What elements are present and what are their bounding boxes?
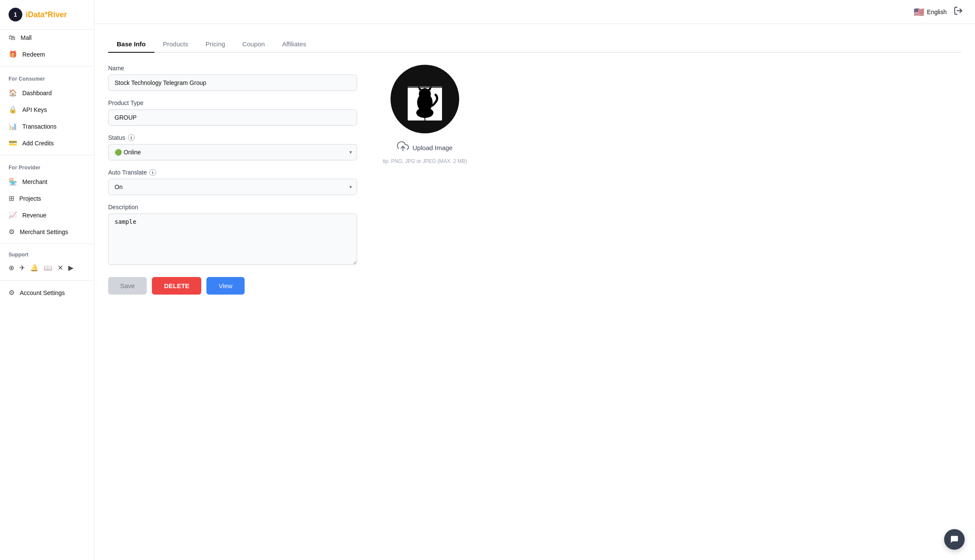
save-button[interactable]: Save xyxy=(108,277,147,295)
settings-icon: ⚙ xyxy=(9,228,15,236)
name-input[interactable] xyxy=(108,75,357,91)
upload-tip: tip: PNG, JPG or JPEG (MAX. 2 MB) xyxy=(383,158,467,164)
status-info-icon: ℹ xyxy=(128,134,135,141)
upload-label: Upload Image xyxy=(412,144,452,151)
sidebar-item-api-keys[interactable]: 🔒 API Keys xyxy=(0,101,94,118)
name-label: Name xyxy=(108,65,357,72)
mall-icon: 🛍 xyxy=(9,34,15,42)
upload-area[interactable]: Upload Image tip: PNG, JPG or JPEG (MAX.… xyxy=(383,140,467,164)
language-label: English xyxy=(927,9,947,15)
logo-icon: 1 xyxy=(9,8,22,21)
chat-bubble-button[interactable] xyxy=(944,529,965,550)
sidebar-item-merchant[interactable]: 🏪 Merchant xyxy=(0,173,94,190)
view-button[interactable]: View xyxy=(206,277,244,295)
status-select-wrapper: 🟢 Online ⚫ Offline ▾ xyxy=(108,144,357,160)
form-left: Name Product Type Status ℹ � xyxy=(108,65,357,295)
sidebar-item-redeem[interactable]: 🎁 Redeem xyxy=(0,46,94,63)
tab-products[interactable]: Products xyxy=(154,36,197,53)
chart-icon: 📊 xyxy=(9,122,17,130)
sidebar-item-label: Redeem xyxy=(22,51,45,58)
auto-translate-field-group: Auto Translate ℹ On Off ▾ xyxy=(108,169,357,195)
sidebar-item-label: Account Settings xyxy=(20,289,65,296)
sidebar-item-label: Projects xyxy=(19,195,41,202)
account-icon: ⚙ xyxy=(9,289,15,297)
logo-text: iData*River xyxy=(26,10,67,19)
tab-pricing[interactable]: Pricing xyxy=(197,36,234,53)
tab-coupon[interactable]: Coupon xyxy=(234,36,274,53)
tab-base-info[interactable]: Base Info xyxy=(108,36,154,53)
card-icon: 💳 xyxy=(9,139,17,147)
name-field-group: Name xyxy=(108,65,357,91)
form-right: Upload Image tip: PNG, JPG or JPEG (MAX.… xyxy=(378,65,472,164)
notification-icon[interactable]: 🔔 xyxy=(30,264,39,272)
product-type-input[interactable] xyxy=(108,109,357,126)
for-consumer-label: For Consumer xyxy=(0,70,94,84)
main-panel: 🇺🇸 English Base Info Products Pricing Co… xyxy=(94,0,975,560)
cat-image-svg xyxy=(403,73,446,125)
trending-icon: 📈 xyxy=(9,211,17,219)
social-icons-group: ⊕ ✈ 🔔 📖 ✕ ▶ xyxy=(0,260,94,277)
store-icon: 🏪 xyxy=(9,178,17,186)
book-icon[interactable]: 📖 xyxy=(44,264,52,272)
logo: 1 iData*River xyxy=(0,0,94,30)
lock-icon: 🔒 xyxy=(9,105,17,114)
flag-icon: 🇺🇸 xyxy=(914,7,924,17)
auto-translate-label: Auto Translate ℹ xyxy=(108,169,357,176)
auto-translate-info-icon: ℹ xyxy=(149,169,156,176)
twitter-icon[interactable]: ✕ xyxy=(58,264,63,272)
sidebar-item-add-credits[interactable]: 💳 Add Credits xyxy=(0,135,94,151)
sidebar-item-label: API Keys xyxy=(22,106,47,113)
form-layout: Name Product Type Status ℹ � xyxy=(108,65,961,295)
sidebar-item-label: Revenue xyxy=(22,212,46,219)
gift-icon: 🎁 xyxy=(9,50,17,58)
svg-point-8 xyxy=(416,108,433,118)
sidebar-item-label: Add Credits xyxy=(22,140,54,147)
for-provider-label: For Provider xyxy=(0,159,94,173)
home-icon: 🏠 xyxy=(9,89,17,97)
telegram-icon[interactable]: ✈ xyxy=(19,264,25,272)
auto-translate-select-wrapper: On Off ▾ xyxy=(108,179,357,195)
discord-icon[interactable]: ⊕ xyxy=(9,264,14,272)
sidebar-item-revenue[interactable]: 📈 Revenue xyxy=(0,207,94,223)
status-label: Status ℹ xyxy=(108,134,357,141)
sidebar-item-projects[interactable]: ⊞ Projects xyxy=(0,190,94,207)
tab-bar: Base Info Products Pricing Coupon Affili… xyxy=(108,36,961,53)
header: 🇺🇸 English xyxy=(94,0,975,24)
sidebar-item-label: Dashboard xyxy=(22,90,52,96)
product-type-label: Product Type xyxy=(108,99,357,106)
description-textarea[interactable]: sample xyxy=(108,214,357,265)
product-image xyxy=(391,65,459,133)
sidebar-item-account-settings[interactable]: ⚙ Account Settings xyxy=(0,284,94,301)
product-type-field-group: Product Type xyxy=(108,99,357,126)
logout-button[interactable] xyxy=(954,6,963,18)
tab-affiliates[interactable]: Affiliates xyxy=(273,36,315,53)
upload-cloud-icon xyxy=(397,140,409,155)
language-selector[interactable]: 🇺🇸 English xyxy=(914,7,947,17)
grid-icon: ⊞ xyxy=(9,194,14,202)
auto-translate-select[interactable]: On Off xyxy=(108,179,357,195)
status-field-group: Status ℹ 🟢 Online ⚫ Offline ▾ xyxy=(108,134,357,160)
sidebar-item-transactions[interactable]: 📊 Transactions xyxy=(0,118,94,135)
description-field-group: Description sample xyxy=(108,204,357,267)
delete-button[interactable]: DELETE xyxy=(152,277,201,295)
sidebar-item-mall[interactable]: 🛍 Mall xyxy=(0,30,94,46)
sidebar-item-dashboard[interactable]: 🏠 Dashboard xyxy=(0,84,94,101)
description-label: Description xyxy=(108,204,357,211)
sidebar: 1 iData*River 🛍 Mall 🎁 Redeem For Consum… xyxy=(0,0,94,560)
sidebar-item-label: Merchant xyxy=(22,178,47,185)
support-label: Support xyxy=(0,247,94,260)
action-buttons: Save DELETE View xyxy=(108,277,357,295)
upload-icon-wrap: Upload Image xyxy=(397,140,452,155)
sidebar-item-label: Merchant Settings xyxy=(20,229,68,235)
status-select[interactable]: 🟢 Online ⚫ Offline xyxy=(108,144,357,160)
sidebar-item-label: Transactions xyxy=(22,123,57,130)
youtube-icon[interactable]: ▶ xyxy=(68,264,73,272)
sidebar-item-label: Mall xyxy=(21,34,32,41)
content-area: Base Info Products Pricing Coupon Affili… xyxy=(94,24,975,560)
sidebar-item-merchant-settings[interactable]: ⚙ Merchant Settings xyxy=(0,223,94,240)
